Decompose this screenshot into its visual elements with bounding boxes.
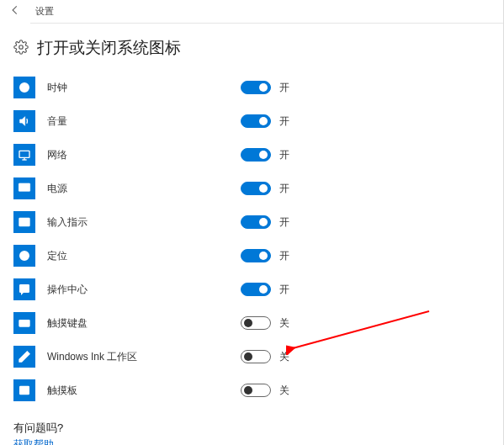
toggle-state-label: 开 — [279, 81, 289, 95]
back-button[interactable] — [0, 0, 30, 24]
toggle-state-label: 关 — [279, 384, 289, 398]
setting-label: 音量 — [47, 114, 215, 129]
toggle-ime[interactable] — [241, 215, 271, 229]
toggle-touchpad[interactable] — [241, 384, 271, 397]
toggle-state-label: 关 — [279, 350, 289, 364]
toggle-group: 开 — [241, 148, 289, 162]
setting-label: 网络 — [47, 148, 215, 162]
setting-label: 时钟 — [47, 81, 215, 95]
ime-icon — [13, 211, 35, 233]
toggle-touchkeyboard[interactable] — [241, 316, 271, 330]
toggle-clock[interactable] — [241, 81, 271, 94]
toggle-state-label: 开 — [279, 249, 289, 263]
svg-rect-2 — [19, 151, 29, 157]
titlebar-title: 设置 — [30, 5, 54, 18]
toggle-state-label: 开 — [279, 215, 289, 230]
content-area: 打开或关闭系统图标 时钟开音量开网络开电源开输入指示开定位开操作中心开触摸键盘关… — [0, 24, 504, 445]
setting-label: 定位 — [47, 249, 215, 263]
toggle-state-label: 开 — [279, 148, 289, 162]
svg-rect-5 — [19, 183, 29, 191]
keyboard-icon — [13, 312, 35, 334]
setting-row-touchkeyboard: 触摸键盘关 — [13, 306, 491, 340]
setting-row-windowsink: Windows Ink 工作区关 — [13, 340, 491, 373]
setting-label: 触摸板 — [47, 384, 215, 398]
setting-row-actioncenter: 操作中心开 — [13, 273, 491, 306]
gear-icon — [13, 40, 29, 57]
svg-rect-12 — [19, 321, 29, 326]
setting-row-network: 网络开 — [13, 138, 491, 172]
toggle-group: 开 — [241, 182, 289, 196]
toggle-group: 关 — [241, 316, 289, 331]
touchpad-icon — [13, 379, 35, 401]
power-icon — [13, 177, 35, 199]
toggle-state-label: 开 — [279, 114, 289, 129]
toggle-state-label: 开 — [279, 283, 289, 297]
setting-label: 输入指示 — [47, 215, 215, 230]
titlebar: 设置 — [0, 0, 504, 24]
toggle-group: 关 — [241, 384, 289, 398]
actioncenter-icon — [13, 278, 35, 300]
setting-row-clock: 时钟开 — [13, 71, 491, 104]
setting-row-power: 电源开 — [13, 172, 491, 205]
toggle-actioncenter[interactable] — [241, 283, 271, 296]
setting-label: 电源 — [47, 182, 215, 196]
toggle-power[interactable] — [241, 182, 271, 195]
toggle-state-label: 开 — [279, 182, 289, 196]
help-section: 有问题吗? 获取帮助 — [13, 421, 491, 445]
setting-row-ime: 输入指示开 — [13, 205, 491, 239]
help-question: 有问题吗? — [13, 421, 491, 436]
toggle-group: 开 — [241, 114, 289, 129]
setting-row-location: 定位开 — [13, 239, 491, 273]
toggle-group: 开 — [241, 249, 289, 263]
volume-icon — [13, 110, 35, 132]
toggle-group: 开 — [241, 283, 289, 297]
toggle-group: 开 — [241, 215, 289, 230]
help-link[interactable]: 获取帮助 — [13, 437, 491, 445]
setting-label: 触摸键盘 — [47, 316, 215, 331]
setting-label: 操作中心 — [47, 283, 215, 297]
toggle-group: 关 — [241, 350, 289, 364]
location-icon — [13, 245, 35, 267]
setting-label: Windows Ink 工作区 — [47, 350, 215, 364]
toggle-network[interactable] — [241, 148, 271, 162]
svg-rect-11 — [20, 285, 29, 293]
page-header: 打开或关闭系统图标 — [13, 37, 491, 59]
toggle-windowsink[interactable] — [241, 350, 271, 363]
toggle-state-label: 关 — [279, 316, 289, 331]
toggle-volume[interactable] — [241, 114, 271, 128]
toggle-group: 开 — [241, 81, 289, 95]
toggle-location[interactable] — [241, 249, 271, 262]
arrow-left-icon — [9, 4, 21, 19]
settings-list: 时钟开音量开网络开电源开输入指示开定位开操作中心开触摸键盘关Windows In… — [13, 71, 491, 407]
setting-row-volume: 音量开 — [13, 104, 491, 138]
page-title: 打开或关闭系统图标 — [37, 37, 181, 59]
clock-icon — [13, 77, 35, 98]
svg-point-0 — [19, 45, 24, 49]
network-icon — [13, 144, 35, 166]
svg-point-10 — [23, 254, 26, 257]
setting-row-touchpad: 触摸板关 — [13, 373, 491, 407]
pen-icon — [13, 346, 35, 368]
